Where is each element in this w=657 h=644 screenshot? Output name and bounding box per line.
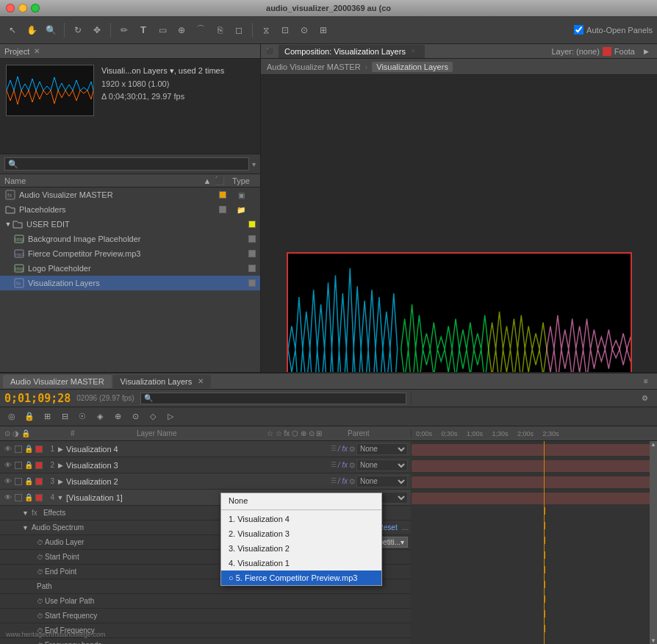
- layer-solo-icon[interactable]: [15, 478, 22, 485]
- orbit-tool-icon[interactable]: ⊙: [296, 22, 312, 38]
- roto-tool-icon[interactable]: ⧖: [258, 22, 274, 38]
- sort-arrow-icon[interactable]: ▲: [200, 176, 215, 185]
- layer-eye-icon[interactable]: 👁: [3, 493, 13, 503]
- list-item[interactable]: fx Visualization Layers: [0, 276, 260, 290]
- solo-switch-icon[interactable]: ☉: [75, 409, 90, 424]
- arrow-tool-icon[interactable]: ↖: [4, 22, 21, 38]
- dropdown-item-vis2[interactable]: 3. Visualization 2: [221, 541, 381, 556]
- parent-select[interactable]: None: [356, 459, 408, 471]
- comp-tab-close-icon[interactable]: ✕: [409, 46, 419, 57]
- ellipsis-button[interactable]: ...: [402, 523, 408, 532]
- dropdown-item-vis3[interactable]: 2. Visualization 3: [221, 526, 381, 541]
- window-controls[interactable]: [6, 4, 40, 12]
- anchor-tool-icon[interactable]: ⊕: [173, 22, 190, 38]
- switch-icon[interactable]: ☰: [331, 461, 337, 469]
- tab-visualization-layers[interactable]: Visualization Layers ✕: [113, 375, 212, 388]
- pen-tool-icon[interactable]: ✏: [116, 22, 132, 38]
- brush-tool-icon[interactable]: ⌒: [193, 22, 209, 38]
- parent-select[interactable]: None: [356, 476, 408, 487]
- fx-label[interactable]: / fx: [338, 477, 348, 485]
- layer-row[interactable]: 👁 🔒 3 ▶ Visualization 2 ☰ / fx ⊙ None: [0, 473, 411, 490]
- layer-eye-icon[interactable]: 👁: [3, 460, 13, 471]
- draft-icon[interactable]: ◇: [146, 409, 160, 424]
- timeline-options-icon[interactable]: ⚙: [636, 390, 653, 407]
- text-tool-icon[interactable]: T: [135, 22, 151, 38]
- clone-tool-icon[interactable]: ⎘: [212, 22, 228, 38]
- project-search-input[interactable]: [4, 157, 249, 171]
- eraser-tool-icon[interactable]: ◻: [231, 22, 247, 38]
- list-item[interactable]: ▼ USER EDIT: [0, 217, 260, 232]
- layer-lock-icon[interactable]: 🔒: [24, 476, 34, 487]
- layer-expand-arrow[interactable]: ▼: [56, 494, 65, 501]
- layer-solo-icon[interactable]: [15, 462, 22, 469]
- list-item[interactable]: fx Audio Visualizer MASTER ▣: [0, 187, 260, 202]
- timeline-scrollbar[interactable]: ▲ ▼: [650, 441, 657, 644]
- expand-arrow-icon[interactable]: ▼: [4, 221, 12, 228]
- effect-expand-icon[interactable]: ▼: [22, 524, 29, 532]
- comp-tab-visualization-layers[interactable]: Composition: Visualization Layers ✕: [279, 45, 425, 58]
- fx-label[interactable]: / fx: [338, 445, 348, 453]
- fast-preview-icon[interactable]: ▷: [163, 409, 178, 424]
- camera-tool-icon[interactable]: ⊡: [277, 22, 293, 38]
- breadcrumb-viz-layers[interactable]: Visualization Layers: [372, 62, 453, 72]
- layer-lock-icon[interactable]: 🔒: [24, 444, 34, 454]
- pan-tool-icon[interactable]: ✥: [89, 22, 105, 38]
- switch-icon[interactable]: ☰: [331, 445, 337, 453]
- layer-expand-arrow[interactable]: ▶: [56, 478, 65, 485]
- dropdown-item-vis4[interactable]: 1. Visualization 4: [221, 512, 381, 526]
- effects-expand-icon[interactable]: ▼: [22, 509, 29, 517]
- auto-open-checkbox[interactable]: [574, 25, 584, 35]
- stopwatch-icon[interactable]: ⏱: [37, 598, 43, 605]
- layer-lock-icon[interactable]: 🔒: [24, 493, 34, 503]
- switch-icon[interactable]: ☰: [331, 477, 337, 485]
- stopwatch-icon[interactable]: ⏱: [37, 539, 43, 546]
- layer-solo-icon[interactable]: [15, 446, 22, 453]
- collapse-all-icon[interactable]: ⊟: [57, 409, 72, 424]
- dropdown-item-none[interactable]: None: [221, 493, 381, 508]
- scroll-down-icon[interactable]: ▼: [650, 637, 656, 644]
- minimize-button[interactable]: [18, 4, 27, 12]
- layer-row[interactable]: 👁 🔒 2 ▶ Visualization 3 ☰ / fx ⊙ None: [0, 457, 411, 473]
- solo-icon[interactable]: ◎: [4, 409, 19, 424]
- hand-tool-icon[interactable]: ✋: [24, 22, 40, 38]
- stopwatch-icon[interactable]: ⏱: [37, 612, 43, 620]
- tab-close-icon[interactable]: ✕: [198, 377, 204, 385]
- layer-eye-icon[interactable]: 👁: [3, 476, 13, 487]
- layer-eye-icon[interactable]: 👁: [3, 444, 13, 454]
- stopwatch-icon[interactable]: ⏱: [37, 642, 43, 645]
- tab-audio-visualizer-master[interactable]: Audio Visualizer MASTER: [3, 375, 112, 388]
- lock-icon[interactable]: 🔒: [22, 409, 37, 424]
- close-button[interactable]: [6, 4, 15, 12]
- scroll-up-icon[interactable]: ▲: [650, 441, 656, 448]
- stopwatch-icon[interactable]: ⏱: [37, 568, 43, 576]
- list-item[interactable]: img Logo Placeholder: [0, 261, 260, 276]
- breadcrumb-master[interactable]: Audio Visualizer MASTER: [267, 62, 361, 71]
- list-item[interactable]: img Background Image Placeholder: [0, 232, 260, 246]
- panel-options-icon[interactable]: ▶: [638, 43, 654, 60]
- motion-blur-icon[interactable]: ◈: [93, 409, 107, 424]
- timeline-search-input[interactable]: [140, 393, 406, 404]
- list-item[interactable]: Placeholders 📁: [0, 202, 260, 217]
- fx-label[interactable]: / fx: [338, 461, 348, 469]
- timeline-menu-icon[interactable]: ≡: [638, 373, 654, 390]
- expand-all-icon[interactable]: ⊞: [40, 409, 54, 424]
- parent-select[interactable]: None: [356, 443, 408, 455]
- shape-tool-icon[interactable]: ▭: [154, 22, 170, 38]
- layer-expand-arrow[interactable]: ▶: [56, 446, 65, 453]
- dropdown-item-fierce[interactable]: ○ 5. Fierce Competitor Preview.mp3: [221, 570, 381, 585]
- frame-blend-icon[interactable]: ⊕: [110, 409, 125, 424]
- stopwatch-icon[interactable]: ⏱: [37, 554, 43, 561]
- live-update-icon[interactable]: ⊙: [128, 409, 143, 424]
- layer-row[interactable]: 👁 🔒 1 ▶ Visualization 4 ☰ / fx ⊙ None: [0, 441, 411, 457]
- zoom-tool-icon[interactable]: 🔍: [43, 22, 59, 38]
- layer-expand-arrow[interactable]: ▶: [56, 462, 65, 469]
- project-panel-close[interactable]: ✕: [34, 47, 40, 55]
- dropdown-item-vis1[interactable]: 4. Visualization 1: [221, 556, 381, 570]
- layer-solo-icon[interactable]: [15, 494, 22, 501]
- layer-lock-icon[interactable]: 🔒: [24, 460, 34, 471]
- maximize-button[interactable]: [31, 4, 40, 12]
- rotate-tool-icon[interactable]: ↻: [70, 22, 86, 38]
- list-item[interactable]: mp3 Fierce Competitor Preview.mp3: [0, 246, 260, 261]
- move3d-tool-icon[interactable]: ⊞: [315, 22, 331, 38]
- search-options-icon[interactable]: ▾: [252, 160, 256, 168]
